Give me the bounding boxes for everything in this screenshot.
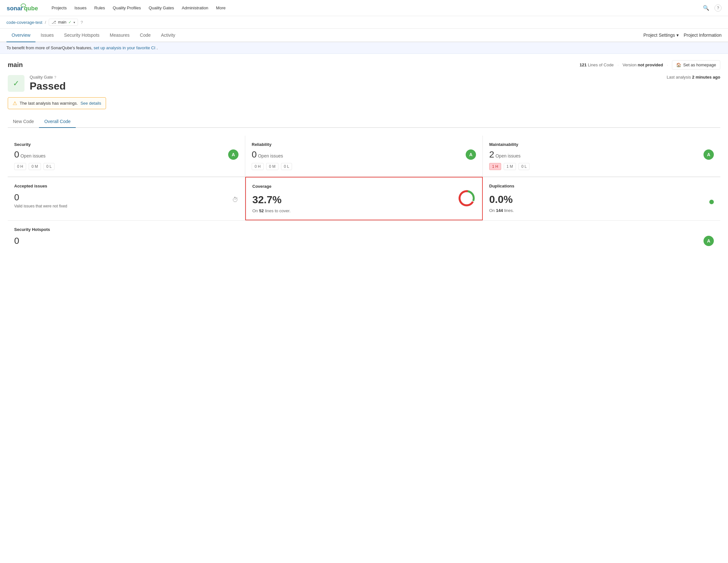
svg-text:qube: qube [24, 5, 38, 11]
accepted-issues-label: Accepted issues [14, 184, 238, 189]
accepted-issues-value: 0 [14, 192, 67, 203]
ci-banner: To benefit from more of SonarQube's feat… [0, 42, 728, 54]
coverage-value: 32.7% [252, 194, 291, 206]
security-medium: 0 M [29, 163, 41, 170]
coverage-label: Coverage [252, 184, 476, 189]
metrics-row-1: Security 0 Open issues A 0 H 0 M 0 L Rel… [8, 136, 720, 177]
breadcrumb: code-coverage-test / ⎇ main ✓ ▾ ? [0, 16, 728, 29]
nav-quality-gates[interactable]: Quality Gates [149, 4, 174, 12]
reliability-medium: 0 M [266, 163, 278, 170]
quality-gate-help-icon[interactable]: ? [54, 75, 56, 79]
security-sub-metrics: 0 H 0 M 0 L [14, 163, 238, 170]
security-hotspots-section: Security Hotspots 0 A [8, 220, 720, 254]
breadcrumb-project[interactable]: code-coverage-test [6, 20, 42, 25]
tab-security-hotspots[interactable]: Security Hotspots [59, 29, 105, 42]
tab-measures[interactable]: Measures [105, 29, 135, 42]
nav-quality-profiles[interactable]: Quality Profiles [113, 4, 141, 12]
nav-projects[interactable]: Projects [52, 4, 67, 12]
branch-selector[interactable]: ⎇ main ✓ ▾ [49, 19, 78, 26]
warning-box: ⚠ The last analysis has warnings. See de… [8, 97, 106, 109]
project-settings-button[interactable]: Project Settings ▾ [643, 29, 678, 42]
reliability-row: 0 Open issues A [252, 150, 476, 160]
branch-chevron-icon: ▾ [73, 21, 75, 24]
banner-link[interactable]: set up analysis in your favorite CI [94, 45, 155, 50]
maintainability-metric-card: Maintainability 2 Open issues A 1 H 1 M … [483, 136, 720, 177]
coverage-donut-chart [458, 189, 476, 208]
reliability-open-label: Open issues [258, 153, 283, 159]
duplications-label: Duplications [489, 184, 714, 189]
lines-of-code: 121 Lines of Code [580, 63, 614, 67]
tab-code[interactable]: Code [135, 29, 156, 42]
maintainability-medium: 1 M [504, 163, 516, 170]
homepage-label: Set as homepage [683, 63, 716, 67]
reliability-metric-card: Reliability 0 Open issues A 0 H 0 M 0 L [245, 136, 483, 177]
branch-name: main [58, 20, 66, 24]
nav-administration[interactable]: Administration [182, 4, 208, 12]
logo[interactable]: sonar qube [6, 3, 42, 13]
branch-icon: ⎇ [52, 20, 56, 24]
security-open-label: Open issues [20, 153, 45, 159]
maintainability-low: 0 L [519, 163, 530, 170]
main-content: main 121 Lines of Code · Version not pro… [0, 54, 728, 260]
tab-new-code[interactable]: New Code [8, 116, 39, 128]
help-icon[interactable]: ? [714, 5, 722, 12]
accepted-issues-row: 0 Valid issues that were not fixed ⏱ [14, 191, 238, 209]
tab-activity[interactable]: Activity [156, 29, 180, 42]
search-icon[interactable]: 🔍 [703, 5, 709, 11]
sec-nav-tabs: Overview Issues Security Hotspots Measur… [6, 29, 180, 42]
banner-suffix: . [157, 45, 158, 50]
nav-issues[interactable]: Issues [74, 4, 87, 12]
nav-more[interactable]: More [216, 4, 226, 12]
metrics-row-2: Accepted issues 0 Valid issues that were… [8, 177, 720, 220]
reliability-value: 0 [252, 150, 257, 160]
sec-nav-right: Project Settings ▾ Project Information [643, 29, 722, 42]
duplications-lines: On 144 lines. [489, 208, 514, 213]
maintainability-value: 2 [489, 150, 494, 160]
breadcrumb-separator: / [45, 20, 46, 25]
set-homepage-button[interactable]: 🏠 Set as homepage [672, 60, 720, 70]
duplications-dot-icon [709, 200, 714, 204]
meta-sep2: · [667, 63, 668, 67]
tab-overall-code[interactable]: Overall Code [39, 116, 76, 128]
quality-gate-icon: ✓ [8, 75, 24, 92]
maintainability-open-label: Open issues [495, 153, 520, 159]
project-info-button[interactable]: Project Information [684, 29, 722, 42]
banner-text: To benefit from more of SonarQube's feat… [6, 45, 92, 50]
reliability-sub-metrics: 0 H 0 M 0 L [252, 163, 476, 170]
coverage-card: Coverage 32.7% On 52 lines to cover. [245, 177, 483, 220]
maintainability-sub-metrics: 1 H 1 M 0 L [489, 163, 714, 170]
see-details-link[interactable]: See details [81, 101, 101, 106]
accepted-issues-card: Accepted issues 0 Valid issues that were… [8, 177, 245, 220]
accepted-issues-icon: ⏱ [232, 196, 238, 204]
project-meta: 121 Lines of Code · Version not provided… [580, 60, 720, 70]
duplications-value: 0.0% [489, 194, 514, 206]
tab-issues[interactable]: Issues [35, 29, 59, 42]
security-row: 0 Open issues A [14, 150, 238, 160]
reliability-low: 0 L [281, 163, 292, 170]
code-tabs: New Code Overall Code [8, 116, 720, 128]
security-issues: 0 Open issues [14, 150, 45, 160]
reliability-high: 0 H [252, 163, 264, 170]
quality-gate-info: Quality Gate ? Passed [30, 75, 66, 92]
maintainability-label: Maintainability [489, 142, 714, 147]
tab-overview[interactable]: Overview [6, 29, 35, 42]
security-hotspots-label: Security Hotspots [14, 227, 714, 232]
project-header: main 121 Lines of Code · Version not pro… [8, 60, 720, 70]
accepted-issues-description: Valid issues that were not fixed [14, 204, 67, 209]
quality-gate-section: ✓ Quality Gate ? Passed Last analysis 2 … [8, 75, 720, 92]
maintainability-row: 2 Open issues A [489, 150, 714, 160]
quality-gate-status: Passed [30, 80, 66, 92]
breadcrumb-help-icon[interactable]: ? [81, 20, 83, 25]
project-settings-label: Project Settings [643, 33, 675, 38]
security-hotspots-grade: A [704, 236, 714, 246]
warning-icon: ⚠ [13, 100, 17, 106]
meta-sep1: · [617, 63, 619, 67]
maintainability-grade: A [704, 150, 714, 160]
quality-gate-analysis-time: Last analysis 2 minutes ago [667, 75, 720, 80]
security-hotspots-value: 0 [14, 236, 19, 246]
warning-text: The last analysis has warnings. [20, 101, 78, 106]
quality-gate-label: Quality Gate ? [30, 75, 66, 80]
accepted-issues-content: 0 Valid issues that were not fixed [14, 191, 67, 209]
nav-rules[interactable]: Rules [94, 4, 105, 12]
security-label: Security [14, 142, 238, 147]
